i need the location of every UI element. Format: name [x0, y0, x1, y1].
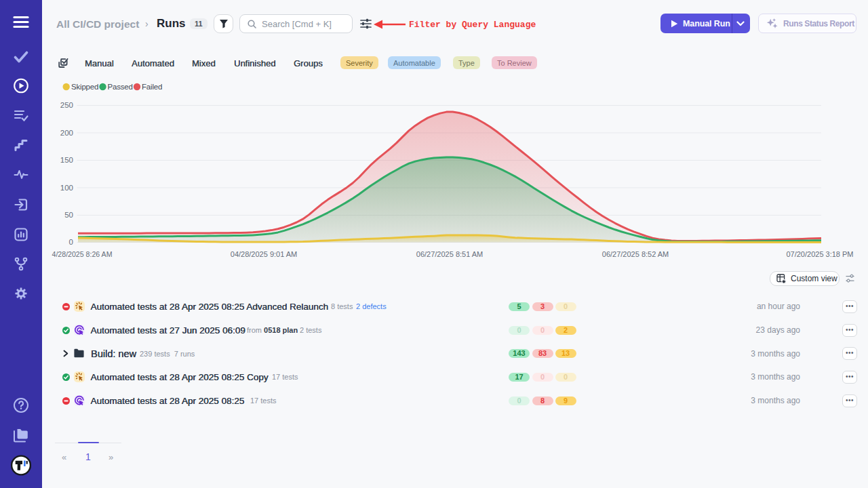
svg-text:Failed: Failed	[142, 83, 162, 91]
svg-text:06/27/2025 8:51 AM: 06/27/2025 8:51 AM	[416, 250, 483, 258]
svg-text:07/20/2025 3:18 PM: 07/20/2025 3:18 PM	[786, 250, 853, 258]
svg-text:4/28/2025 8:26 AM: 4/28/2025 8:26 AM	[52, 250, 113, 258]
svg-text:250: 250	[60, 101, 73, 109]
svg-text:0: 0	[69, 238, 73, 246]
svg-text:200: 200	[60, 129, 73, 137]
svg-text:50: 50	[64, 211, 73, 219]
svg-text:04/28/2025 9:01 AM: 04/28/2025 9:01 AM	[231, 250, 297, 258]
svg-text:Passed: Passed	[108, 83, 133, 91]
svg-text:Skipped: Skipped	[71, 83, 98, 91]
svg-text:06/27/2025 8:52 AM: 06/27/2025 8:52 AM	[602, 250, 669, 258]
svg-text:100: 100	[60, 184, 73, 192]
svg-text:150: 150	[60, 156, 73, 164]
